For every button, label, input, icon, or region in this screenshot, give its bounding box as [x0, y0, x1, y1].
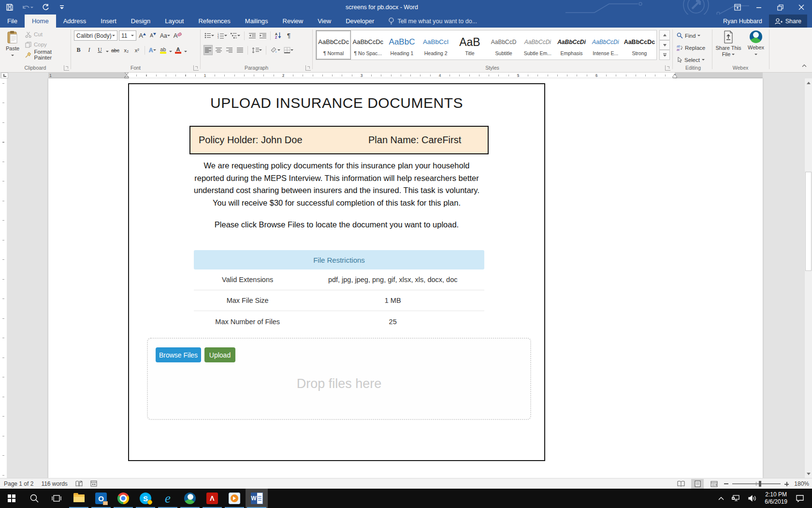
- superscript-button[interactable]: x²: [132, 45, 142, 55]
- ribbon-display-options-icon[interactable]: [727, 0, 748, 15]
- signed-in-user[interactable]: Ryan Hubbard: [723, 18, 762, 25]
- webex-button[interactable]: Webex: [744, 29, 768, 64]
- tab-home[interactable]: Home: [25, 15, 56, 28]
- tab-layout[interactable]: Layout: [158, 15, 191, 28]
- tab-file[interactable]: File: [0, 15, 25, 28]
- zoom-level[interactable]: 180%: [793, 480, 809, 487]
- style-heading1[interactable]: AaBbCHeading 1: [385, 30, 419, 60]
- tab-review[interactable]: Review: [276, 15, 311, 28]
- select-button[interactable]: Select: [677, 55, 705, 65]
- action-center-icon[interactable]: [793, 489, 809, 508]
- scrollbar-thumb[interactable]: [805, 172, 812, 271]
- page-indicator[interactable]: Page 1 of 2: [4, 480, 33, 487]
- minimize-icon[interactable]: [748, 0, 769, 15]
- bold-button[interactable]: B: [74, 45, 83, 55]
- find-button[interactable]: Find: [677, 30, 705, 41]
- font-family-select[interactable]: Calibri (Body): [74, 30, 117, 41]
- undo-icon[interactable]: [21, 2, 34, 13]
- speaker-icon[interactable]: [746, 489, 759, 508]
- decrease-indent-button[interactable]: [247, 30, 257, 41]
- styles-more-icon[interactable]: [659, 50, 670, 60]
- align-right-button[interactable]: [225, 45, 234, 55]
- share-this-file-button[interactable]: Share ThisFile: [713, 29, 743, 64]
- tell-me-box[interactable]: Tell me what you want to do...: [388, 15, 477, 28]
- paragraph-dialog-launcher[interactable]: [305, 65, 311, 71]
- taskbar-clock[interactable]: 2:10 PM 6/6/2019: [762, 491, 790, 506]
- underline-button[interactable]: U: [95, 45, 104, 55]
- styles-scroll-down-icon[interactable]: [659, 40, 670, 50]
- taskbar-internet-explorer[interactable]: e: [157, 489, 179, 508]
- increase-indent-button[interactable]: [258, 30, 267, 41]
- paste-button[interactable]: Paste: [3, 29, 22, 63]
- zoom-slider[interactable]: [732, 483, 781, 484]
- close-icon[interactable]: [791, 0, 812, 15]
- taskbar-search-button[interactable]: [23, 489, 45, 508]
- zoom-in-icon[interactable]: [784, 482, 789, 486]
- print-layout-icon[interactable]: [691, 479, 704, 489]
- font-color-caret[interactable]: [184, 51, 187, 54]
- right-indent-marker[interactable]: [672, 75, 677, 78]
- highlight-caret[interactable]: [169, 51, 172, 54]
- tab-view[interactable]: View: [310, 15, 338, 28]
- read-mode-icon[interactable]: [675, 479, 687, 489]
- copy-button[interactable]: Copy: [24, 40, 71, 49]
- shading-button[interactable]: [269, 45, 281, 55]
- multilevel-list-button[interactable]: [230, 30, 241, 41]
- justify-button[interactable]: [235, 45, 245, 55]
- align-center-button[interactable]: [214, 45, 223, 55]
- upload-button[interactable]: Upload: [204, 347, 235, 362]
- taskbar-word-active[interactable]: W: [246, 489, 268, 508]
- change-case-button[interactable]: Aa: [159, 30, 171, 41]
- tab-selector[interactable]: [1, 73, 8, 78]
- replace-button[interactable]: abac Replace: [677, 43, 705, 53]
- zoom-slider-handle[interactable]: [759, 481, 761, 487]
- restore-icon[interactable]: [769, 0, 791, 15]
- scroll-up-icon[interactable]: [805, 78, 812, 87]
- shrink-font-button[interactable]: A: [148, 30, 158, 41]
- tab-developer[interactable]: Developer: [338, 15, 381, 28]
- tab-mailings[interactable]: Mailings: [238, 15, 276, 28]
- cut-button[interactable]: Cut: [24, 30, 71, 39]
- taskbar-webex[interactable]: [179, 489, 201, 508]
- highlight-color-button[interactable]: ab: [159, 45, 168, 55]
- styles-dialog-launcher[interactable]: [665, 65, 670, 71]
- document-page[interactable]: UPLOAD INSURANCE DOCUMENTS Policy Holder…: [48, 78, 763, 478]
- word-count[interactable]: 116 words: [41, 480, 67, 487]
- clear-formatting-button[interactable]: A: [173, 30, 183, 41]
- style-emphasis[interactable]: AaBbCcDiEmphasis: [554, 30, 588, 60]
- style-subtle-emphasis[interactable]: AaBbCcDiSubtle Em...: [521, 30, 554, 60]
- subscript-button[interactable]: x₂: [122, 45, 131, 55]
- collapse-ribbon-icon[interactable]: [800, 62, 808, 69]
- underline-caret[interactable]: [106, 51, 109, 54]
- borders-button[interactable]: [283, 45, 294, 55]
- redo-icon[interactable]: [41, 2, 50, 13]
- italic-button[interactable]: I: [85, 45, 94, 55]
- text-effects-button[interactable]: A: [148, 45, 157, 55]
- numbering-button[interactable]: 123: [217, 30, 228, 41]
- scroll-down-icon[interactable]: [805, 470, 812, 478]
- style-intense-emphasis[interactable]: AaBbCcDiIntense E...: [589, 30, 623, 60]
- style-normal[interactable]: AaBbCcDc¶ Normal: [316, 30, 351, 60]
- show-hide-pilcrow-button[interactable]: ¶: [284, 30, 293, 41]
- grow-font-button[interactable]: A: [138, 30, 147, 41]
- browse-files-button[interactable]: Browse Files: [156, 347, 201, 362]
- taskbar-outlook[interactable]: O: [90, 489, 112, 508]
- taskbar-skype[interactable]: S: [134, 489, 157, 508]
- tray-chevron-icon[interactable]: [716, 489, 726, 508]
- font-dialog-launcher[interactable]: [193, 65, 199, 71]
- style-title[interactable]: AaBTitle: [453, 30, 487, 60]
- styles-scroll-up-icon[interactable]: [659, 30, 670, 40]
- taskbar-movies-tv[interactable]: [223, 489, 246, 508]
- network-icon[interactable]: [729, 489, 743, 508]
- style-no-spacing[interactable]: AaBbCcDc¶ No Spac...: [351, 30, 385, 60]
- clipboard-dialog-launcher[interactable]: [64, 65, 69, 71]
- proofing-icon[interactable]: [75, 480, 83, 487]
- tab-references[interactable]: References: [191, 15, 237, 28]
- style-subtitle[interactable]: AaBbCcDSubtitle: [487, 30, 521, 60]
- font-color-button[interactable]: A: [174, 45, 183, 55]
- tab-insert[interactable]: Insert: [93, 15, 124, 28]
- strikethrough-button[interactable]: abc: [110, 45, 120, 55]
- macro-recording-icon[interactable]: [90, 480, 97, 487]
- customize-quick-access-icon[interactable]: [57, 2, 67, 13]
- start-button[interactable]: [0, 489, 23, 508]
